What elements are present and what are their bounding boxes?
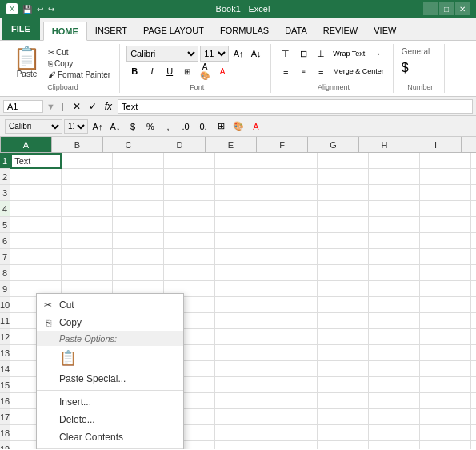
redo-icon[interactable]: ↪	[48, 5, 54, 14]
row-num-7[interactable]: 7	[0, 249, 10, 265]
mini-decimal-inc-button[interactable]: .0	[178, 119, 194, 134]
align-right-button[interactable]: ≡	[313, 63, 329, 79]
tab-file[interactable]: FILE	[2, 18, 40, 40]
col-header-H[interactable]: H	[359, 137, 410, 152]
maximize-button[interactable]: □	[439, 2, 454, 15]
cell-I1[interactable]	[420, 153, 471, 169]
context-menu-cut[interactable]: ✂ Cut	[37, 296, 183, 314]
insert-function-icon[interactable]: fx	[102, 100, 114, 113]
cell-reference-input[interactable]	[3, 100, 43, 113]
borders-button[interactable]: ⊞	[179, 63, 195, 79]
cell-A6[interactable]	[10, 233, 62, 249]
context-menu-paste-special[interactable]: Paste Special...	[37, 370, 183, 388]
cut-button[interactable]: ✂ Cut	[46, 47, 113, 58]
tab-view[interactable]: VIEW	[366, 21, 404, 40]
cell-G1[interactable]	[318, 153, 369, 169]
minimize-button[interactable]: —	[423, 2, 438, 15]
close-button[interactable]: ✕	[455, 2, 470, 15]
cell-A5[interactable]	[10, 217, 62, 233]
row-num-14[interactable]: 14	[0, 361, 10, 377]
cell-C1[interactable]	[113, 153, 164, 169]
align-left-button[interactable]: ≡	[278, 63, 294, 79]
col-header-G[interactable]: G	[308, 137, 359, 152]
paste-options-row[interactable]: 📋	[37, 346, 183, 370]
increase-font-button[interactable]: A↑	[230, 46, 246, 62]
row-num-4[interactable]: 4	[0, 201, 10, 217]
paste-button[interactable]: 📋 Paste	[10, 46, 44, 80]
font-color-button[interactable]: A	[214, 63, 230, 79]
row-num-19[interactable]: 19	[0, 441, 10, 449]
mini-font-name-select[interactable]: Calibri	[5, 119, 62, 134]
row-num-12[interactable]: 12	[0, 329, 10, 345]
cell-J1[interactable]	[471, 153, 476, 169]
row-num-13[interactable]: 13	[0, 345, 10, 361]
align-top-button[interactable]: ⊤	[278, 46, 294, 62]
col-header-A[interactable]: A	[1, 137, 52, 152]
col-header-E[interactable]: E	[206, 137, 257, 152]
row-num-6[interactable]: 6	[0, 233, 10, 249]
decrease-font-button[interactable]: A↓	[248, 46, 264, 62]
indent-increase-button[interactable]: →	[369, 46, 385, 62]
col-header-D[interactable]: D	[154, 137, 206, 152]
align-middle-button[interactable]: ⊟	[295, 46, 311, 62]
context-menu-delete[interactable]: Delete...	[37, 411, 183, 428]
row-num-17[interactable]: 17	[0, 409, 10, 425]
fill-color-button[interactable]: A🎨	[197, 63, 213, 79]
mini-decimal-dec-button[interactable]: 0.	[195, 119, 211, 134]
col-header-I[interactable]: I	[410, 137, 462, 152]
col-header-B[interactable]: B	[52, 137, 103, 152]
tab-review[interactable]: REVIEW	[315, 21, 366, 40]
tab-home[interactable]: HOME	[43, 22, 87, 41]
font-size-select[interactable]: 11	[200, 46, 229, 62]
italic-button[interactable]: I	[144, 63, 160, 79]
bold-button[interactable]: B	[126, 63, 142, 79]
underline-button[interactable]: U	[162, 63, 178, 79]
formula-input[interactable]	[118, 99, 473, 114]
merge-center-button[interactable]: Merge & Center	[330, 63, 386, 79]
mini-font-color-button[interactable]: A	[248, 119, 264, 134]
cell-A4[interactable]	[10, 201, 62, 217]
align-bottom-button[interactable]: ⊥	[313, 46, 329, 62]
tab-page-layout[interactable]: PAGE LAYOUT	[135, 21, 212, 40]
tab-data[interactable]: DATA	[277, 21, 315, 40]
col-header-J[interactable]: J	[462, 137, 476, 152]
wrap-text-button[interactable]: Wrap Text	[330, 46, 367, 62]
mini-decrease-font-button[interactable]: A↓	[107, 119, 123, 134]
cell-A2[interactable]	[10, 169, 62, 185]
row-num-3[interactable]: 3	[0, 185, 10, 201]
row-num-9[interactable]: 9	[0, 281, 10, 297]
context-menu-clear-contents[interactable]: Clear Contents	[37, 428, 183, 446]
row-num-11[interactable]: 11	[0, 313, 10, 329]
cell-E1[interactable]	[215, 153, 266, 169]
cell-B1[interactable]	[62, 153, 113, 169]
mini-borders-button[interactable]: ⊞	[213, 119, 229, 134]
mini-comma-button[interactable]: ,	[160, 119, 176, 134]
cell-A3[interactable]	[10, 185, 62, 201]
cancel-formula-icon[interactable]: ✕	[70, 100, 83, 113]
row-num-1[interactable]: 1	[0, 153, 10, 169]
cell-A1[interactable]: Text	[10, 153, 62, 169]
row-num-5[interactable]: 5	[0, 217, 10, 233]
cell-F1[interactable]	[266, 153, 318, 169]
context-menu-copy[interactable]: ⎘ Copy	[37, 314, 183, 331]
tab-insert[interactable]: INSERT	[87, 21, 135, 40]
cell-A7[interactable]	[10, 249, 62, 265]
align-center-button[interactable]: ≡	[295, 63, 311, 79]
row-num-2[interactable]: 2	[0, 169, 10, 185]
format-painter-button[interactable]: 🖌 Format Painter	[46, 70, 113, 80]
row-num-16[interactable]: 16	[0, 393, 10, 409]
confirm-formula-icon[interactable]: ✓	[86, 100, 99, 113]
undo-icon[interactable]: ↩	[37, 5, 43, 14]
mini-fill-color-button[interactable]: 🎨	[230, 119, 246, 134]
row-num-8[interactable]: 8	[0, 265, 10, 281]
row-num-18[interactable]: 18	[0, 425, 10, 441]
row-num-15[interactable]: 15	[0, 377, 10, 393]
font-name-select[interactable]: Calibri	[126, 46, 198, 62]
row-num-10[interactable]: 10	[0, 297, 10, 313]
cell-A8[interactable]	[10, 265, 62, 281]
cell-D1[interactable]	[164, 153, 215, 169]
save-icon[interactable]: 💾	[22, 5, 32, 14]
mini-currency-button[interactable]: $	[125, 119, 141, 134]
copy-button[interactable]: ⎘ Copy	[46, 58, 113, 69]
cell-H1[interactable]	[369, 153, 420, 169]
